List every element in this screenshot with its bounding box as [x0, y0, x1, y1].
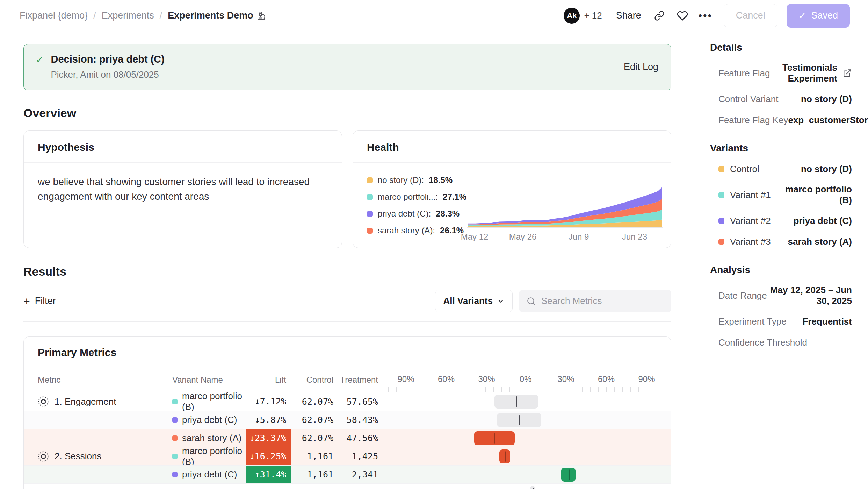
hypothesis-body: we believe that showing customer stories…	[24, 163, 338, 216]
ci-axis-tick	[413, 387, 413, 392]
variant-swatch	[718, 218, 724, 224]
health-axis-label: May 26	[509, 232, 537, 242]
table-row[interactable]: priya debt (C)↑31.4%1,1612,341	[24, 465, 671, 483]
ci-axis-tick	[485, 387, 486, 392]
ci-axis-tick	[534, 387, 534, 392]
variant-swatch	[172, 417, 178, 423]
variant-row: Controlno story (D)	[710, 163, 852, 175]
detail-row: Feature FlagTestimonials Experiment	[710, 62, 852, 84]
legend-label: priya debt (C):	[378, 209, 431, 219]
variant-swatch	[172, 435, 178, 441]
table-row[interactable]: priya debt (C)↓5.87%62.07%58.43%	[24, 411, 671, 429]
variant-cell: marco portfolio (B)	[168, 446, 246, 467]
detail-value: Testimonials Experiment	[770, 62, 837, 84]
app-header: Fixpanel {demo} / Experiments / Experime…	[0, 0, 868, 31]
ci-point-marker	[516, 396, 517, 407]
legend-value: 18.5%	[429, 175, 453, 185]
toolbar-divider	[23, 321, 671, 322]
cancel-button[interactable]: Cancel	[724, 4, 777, 27]
ci-zero-line	[526, 466, 526, 483]
treatment-value: 58.43%	[347, 415, 378, 425]
ci-axis-label: -60%	[435, 374, 455, 384]
decision-check-icon: ✓	[36, 54, 44, 80]
health-chart: May 12May 26Jun 9Jun 23	[467, 166, 663, 242]
detail-row: Control Variantno story (D)	[710, 93, 852, 105]
saved-button[interactable]: ✓ Saved	[787, 4, 850, 28]
legend-item: sarah story (A): 26.1%	[367, 222, 467, 239]
detail-label: Confidence Threshold	[718, 337, 807, 348]
variant-cell: sarah story (A)	[168, 433, 246, 444]
ci-axis-tick	[542, 387, 542, 392]
col-lift: Lift	[246, 375, 291, 385]
col-treatment: Treatment	[335, 375, 379, 385]
search-metrics-box[interactable]	[519, 290, 671, 312]
ci-axis-tick	[582, 387, 583, 392]
header-actions: Ak + 12 Share ••• Cancel ✓ Saved	[564, 4, 850, 28]
external-link-icon[interactable]	[843, 69, 852, 78]
edit-log-button[interactable]: Edit Log	[624, 62, 658, 72]
search-metrics-input[interactable]	[541, 295, 664, 307]
ci-axis-tick	[606, 387, 607, 392]
legend-value: 28.3%	[436, 209, 460, 219]
health-axis-label: Jun 9	[569, 232, 589, 242]
breadcrumb-project[interactable]: Fixpanel {demo}	[20, 10, 88, 21]
legend-label: marco portfoli...:	[378, 192, 438, 202]
details-section: Details Feature FlagTestimonials Experim…	[710, 42, 852, 126]
ci-axis-tick	[638, 387, 639, 392]
table-row[interactable]: 1. Engagementmarco portfolio (B)↓7.12%62…	[24, 392, 671, 411]
hypothesis-title: Hypothesis	[24, 131, 342, 163]
ci-axis-tick	[590, 387, 591, 392]
variant-name: priya debt (C)	[182, 414, 237, 425]
detail-row: Experiment TypeFrequentist	[710, 316, 852, 327]
metric-label: 1. Engagement	[55, 396, 116, 407]
ci-axis-tick	[501, 387, 502, 392]
variant-swatch	[718, 239, 724, 245]
ci-axis-tick	[518, 387, 518, 392]
variant-name: sarah story (A)	[182, 433, 242, 444]
share-button[interactable]: Share	[614, 10, 643, 21]
ci-point-marker	[569, 469, 570, 480]
collaborators-count[interactable]: + 12	[584, 10, 602, 21]
detail-row: Feature Flag Keyexp_customerStory	[710, 114, 852, 126]
control-value: 62.07%	[302, 433, 333, 443]
metric-cell: 1. Engagement	[24, 392, 168, 411]
metric-target-icon	[38, 451, 49, 462]
ci-point-marker	[494, 433, 495, 444]
lift-value: ↑4.54%	[255, 488, 286, 489]
legend-label: no story (D):	[378, 175, 424, 185]
favorite-icon[interactable]	[675, 9, 689, 23]
variant-swatch	[718, 192, 724, 198]
ci-zero-line	[526, 484, 526, 489]
variant-row: Variant #2priya debt (C)	[710, 215, 852, 227]
treatment-value: 2,341	[352, 469, 378, 480]
plus-icon: +	[23, 296, 30, 306]
decision-banner: ✓ Decision: priya debt (C) Picker, Amit …	[23, 44, 671, 90]
hypothesis-card: Hypothesis we believe that showing custo…	[23, 130, 342, 248]
variants-dropdown[interactable]: All Variants	[435, 290, 513, 312]
ci-axis-tick	[622, 387, 623, 392]
copy-link-icon[interactable]	[652, 9, 666, 23]
table-row[interactable]: sarah story (A)↓23.37%62.07%47.56%	[24, 429, 671, 447]
ci-axis-tick	[598, 387, 599, 392]
lift-cell: ↓7.12%	[246, 392, 291, 411]
avatar[interactable]: Ak	[564, 8, 580, 24]
table-row[interactable]: 2. Sessionsmarco portfolio (B)↓16.25%1,1…	[24, 447, 671, 465]
breadcrumb-experiments[interactable]: Experiments	[102, 10, 154, 21]
table-row[interactable]: sarah story (A)↑4.54%1,1611,716	[24, 483, 671, 489]
ci-axis-tick	[614, 387, 615, 392]
ci-axis-tick	[509, 387, 510, 392]
filter-button[interactable]: + Filter	[23, 296, 56, 306]
variant-name: marco portfolio (B)	[182, 446, 246, 467]
ci-zero-line	[526, 429, 526, 447]
health-x-axis: May 12May 26Jun 9Jun 23	[467, 228, 663, 242]
decision-title: Decision: priya debt (C)	[51, 54, 165, 65]
ci-chart-cell	[379, 429, 671, 447]
variant-label: Control	[730, 164, 759, 175]
ci-axis-tick	[445, 387, 445, 392]
details-title: Details	[710, 42, 852, 53]
ci-axis-tick	[396, 387, 397, 392]
more-options-icon[interactable]: •••	[699, 9, 713, 23]
ci-axis-tick	[493, 387, 494, 392]
detail-row: Confidence Threshold	[710, 336, 852, 348]
control-cell: 1,161	[291, 451, 335, 461]
